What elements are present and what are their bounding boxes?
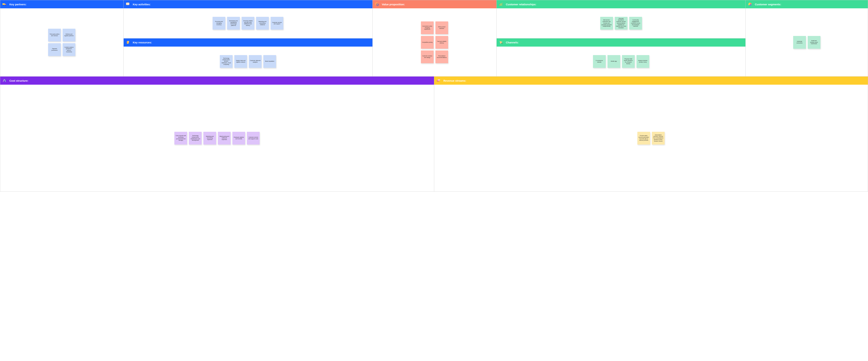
header-customer-relationships: Customer relationships: [497,0,745,8]
section-cost-structure: Cost structure: Cost of goods sold (incl… [0,77,434,192]
bottom-row: Cost structure: Cost of goods sold (incl… [0,76,868,192]
resources-icon [126,40,130,45]
svg-rect-12 [499,4,500,6]
header-key-partners: Key partners: [0,0,123,8]
sticky-note[interactable]: Customer reviews and ratings [421,51,434,63]
channels-icon [499,40,503,45]
sticky-note[interactable]: Employee salaries and benefits [232,132,245,144]
section-key-activities: Key activities: Procuring and managing i… [124,0,372,38]
sticky-note[interactable]: Product sales: revenue generated from th… [638,132,650,144]
section-key-resources: Key resources: Technology infrastructure… [124,38,372,77]
sticky-note[interactable]: Cost of goods sold (including procuremen… [175,132,187,144]
sticky-note[interactable]: Competitive pricing [421,36,434,49]
notes-customer-segments: Individual consumers Small and medium-si… [793,36,820,49]
sticky-note[interactable]: Marketing and advertising initiatives [256,17,269,30]
segments-icon [748,2,752,6]
section-channels: Channels: E-commerce website Mobile app … [497,38,745,77]
notes-key-resources: Technology infrastructure: servers, data… [220,55,276,68]
sticky-note[interactable]: Fast and reliable delivery [435,36,448,49]
sticky-note[interactable]: Delivery and logistics partners [63,29,75,41]
sticky-note[interactable]: Subscription services: revenue from subs… [652,132,664,144]
header-value-proposition: Value proposition: [373,0,497,8]
sticky-note[interactable]: Ensuring reliable and fast order fulfill… [242,17,254,30]
header-cost-structure: Cost structure: [0,77,434,85]
section-key-partners: Key partners: Third-party sellers and ve… [0,0,123,76]
relationships-icon [499,2,503,6]
sticky-note[interactable]: Warehousing and fulfillment expenses [218,132,230,144]
section-customer-segments: Customer segments: Individual consumers … [745,0,868,76]
svg-point-2 [3,5,4,5]
sticky-note[interactable]: Developing and maintaining technology pl… [227,17,240,30]
header-channels: Channels: [497,38,745,47]
notes-channels: E-commerce website Mobile app Physical r… [593,55,649,68]
column-relationships-channels: Customer relationships: Self-service: cu… [496,0,745,76]
svg-point-3 [5,5,6,5]
svg-rect-0 [2,3,5,5]
value-prop-icon [375,2,379,6]
column-activities-resources: Key activities: Procuring and managing i… [123,0,372,76]
sticky-note[interactable]: Customer service and support [271,17,283,30]
title-cost-structure: Cost structure: [9,79,29,82]
sticky-note[interactable]: E-commerce website [593,55,606,68]
title-key-partners: Key partners: [9,3,27,6]
sticky-note[interactable]: Third-party sellers and vendors [48,29,61,41]
svg-rect-1 [5,4,6,5]
sticky-note[interactable]: Small and medium-sized businesses [808,36,820,49]
svg-rect-9 [127,41,129,44]
sticky-note[interactable]: Brand reputation [264,55,276,68]
header-key-activities: Key activities: [124,0,372,8]
sticky-note[interactable]: Personal assistance: customer service re… [615,17,627,30]
svg-point-11 [377,4,378,6]
title-customer-segments: Customer segments: [755,3,781,6]
activities-icon [126,2,130,6]
notes-customer-relationships: Self-service: customers can browse and p… [600,17,642,30]
sticky-note[interactable]: Technology infrastructure: servers, data… [220,55,232,68]
sticky-note[interactable]: Customer data and analytics [249,55,261,68]
sticky-note[interactable]: Supply chain and logistics network [234,55,247,68]
sticky-note[interactable]: Customer service and support costs [247,132,259,144]
sticky-note[interactable]: Marketing and advertising expenses [204,132,216,144]
svg-point-21 [438,79,440,81]
sticky-note[interactable]: Personalized recommendations [435,51,448,63]
notes-key-partners: Third-party sellers and vendors Delivery… [47,29,77,56]
sticky-note[interactable]: Amazon devices (Kindle, Echo) [637,55,649,68]
notes-cost-structure: Cost of goods sold (including procuremen… [175,132,259,144]
title-key-activities: Key activities: [133,3,151,6]
sticky-note[interactable]: Content creators (publishers, authors, m… [63,43,75,56]
title-revenue-streams: Revenue streams: [443,79,466,82]
sticky-note[interactable]: Mobile app [608,55,620,68]
svg-rect-14 [502,3,503,6]
cost-icon [2,78,7,83]
header-customer-segments: Customer segments: [746,0,868,8]
svg-rect-17 [3,79,5,82]
title-customer-relationships: Customer relationships: [506,3,536,6]
sticky-note[interactable]: Payment processors [48,43,61,56]
section-customer-relationships: Customer relationships: Self-service: cu… [497,0,745,38]
sticky-note[interactable]: Individual consumers [793,36,806,49]
sticky-note[interactable]: Physical retail stores (Amazon Go, Amazo… [622,55,635,68]
svg-rect-16 [501,43,503,44]
svg-point-7 [128,4,128,4]
section-revenue-streams: Revenue streams: Product sales: revenue … [434,77,868,192]
business-model-canvas: Key partners: Third-party sellers and ve… [0,0,868,192]
sticky-note[interactable]: Technology infrastructure maintenance an… [189,132,202,144]
svg-rect-13 [501,3,501,6]
partners-icon [2,2,7,6]
svg-rect-18 [4,79,6,82]
svg-point-5 [127,4,127,4]
notes-key-activities: Procuring and managing inventory Develop… [213,17,283,30]
sticky-note[interactable]: Convenient online shopping experience [421,22,434,34]
title-key-resources: Key resources: [133,41,152,44]
sticky-note[interactable]: Procuring and managing inventory [213,17,225,30]
header-revenue-streams: Revenue streams: [434,77,868,85]
section-value-proposition: Value proposition: Convenient online sho… [372,0,497,76]
header-key-resources: Key resources: [124,38,372,47]
sticky-note[interactable]: Self-service: customers can browse and p… [600,17,613,30]
sticky-note[interactable]: Wide product selection [435,22,448,34]
sticky-note[interactable]: Community engagement: customer forums an… [629,17,642,30]
svg-point-6 [127,4,128,4]
revenue-icon [436,78,441,83]
notes-value-proposition: Convenient online shopping experience Wi… [420,22,450,63]
title-channels: Channels: [506,41,519,44]
title-value-proposition: Value proposition: [382,3,405,6]
